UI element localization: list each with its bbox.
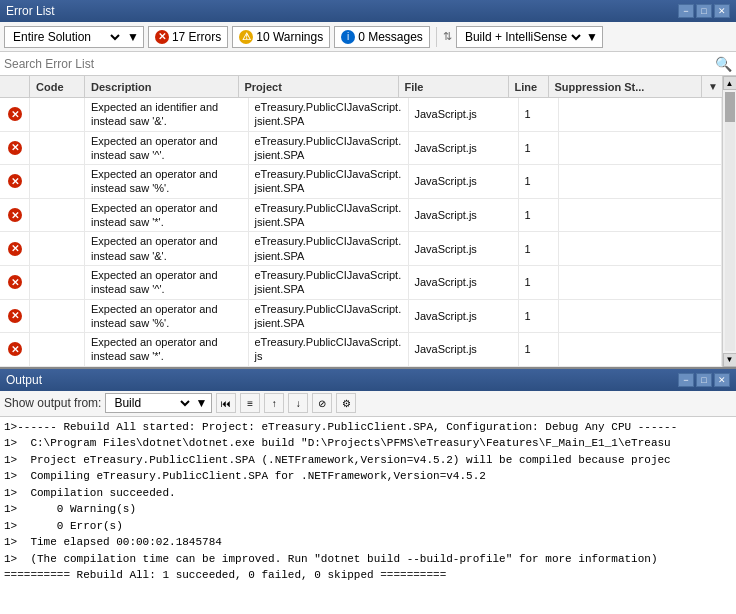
row-suppress [559, 300, 723, 333]
row-suppress [559, 165, 723, 198]
col-icon [0, 76, 30, 97]
table-row[interactable]: ✕ Expected an operator and instead saw '… [0, 132, 722, 166]
row-code [30, 132, 85, 165]
row-suppress [559, 132, 723, 165]
errors-filter-button[interactable]: ✕ 17 Errors [148, 26, 228, 48]
error-icon: ✕ [155, 30, 169, 44]
row-code [30, 98, 85, 131]
row-suppress [559, 98, 723, 131]
table-row[interactable]: ✕ Expected an operator and instead saw '… [0, 266, 722, 300]
scroll-up-button[interactable]: ▲ [723, 76, 737, 90]
row-project: eTreasury.PublicCIJavaScript.jsient.SPA [249, 165, 409, 198]
row-icon: ✕ [0, 165, 30, 198]
row-description: Expected an operator and instead saw '*'… [85, 199, 249, 232]
error-dot-icon: ✕ [8, 275, 22, 289]
warning-icon: ⚠ [239, 30, 253, 44]
row-code [30, 232, 85, 265]
row-project: eTreasury.PublicCIJavaScript.jsient.SPA [249, 98, 409, 131]
error-dot-icon: ✕ [8, 141, 22, 155]
row-code [30, 165, 85, 198]
build-select[interactable]: Build + IntelliSense Build Only IntelliS… [461, 29, 584, 45]
output-minimize-button[interactable]: − [678, 373, 694, 387]
output-source-dropdown[interactable]: Build Debug IntelliSense ▼ [105, 393, 212, 413]
warning-count-label: 10 Warnings [256, 30, 323, 44]
output-btn5[interactable]: ⊘ [312, 393, 332, 413]
output-content[interactable]: 1>------ Rebuild All started: Project: e… [0, 417, 736, 614]
row-file: JavaScript.js [409, 165, 519, 198]
scope-chevron-icon: ▼ [127, 30, 139, 44]
table-header: Code Description Project File Line Suppr… [0, 76, 722, 98]
sort-icon: ⇅ [443, 30, 452, 43]
table-row[interactable]: ✕ Expected an operator and instead saw '… [0, 333, 722, 367]
scope-select[interactable]: Entire Solution Current Project Open Doc… [9, 29, 123, 45]
col-code[interactable]: Code [30, 76, 85, 97]
error-list-controls: − □ ✕ [678, 4, 730, 18]
table-row[interactable]: ✕ Expected an operator and instead saw '… [0, 300, 722, 334]
warnings-filter-button[interactable]: ⚠ 10 Warnings [232, 26, 330, 48]
message-count-label: 0 Messages [358, 30, 423, 44]
row-icon: ✕ [0, 199, 30, 232]
row-line: 1 [519, 232, 559, 265]
output-toolbar: Show output from: Build Debug IntelliSen… [0, 391, 736, 417]
row-icon: ✕ [0, 98, 30, 131]
row-description: Expected an identifier and instead saw '… [85, 98, 249, 131]
row-suppress [559, 199, 723, 232]
row-description: Expected an operator and instead saw '%'… [85, 300, 249, 333]
scroll-thumb[interactable] [725, 92, 735, 122]
error-dot-icon: ✕ [8, 342, 22, 356]
error-table-body: ✕ Expected an identifier and instead saw… [0, 98, 722, 367]
row-description: Expected an operator and instead saw '%'… [85, 165, 249, 198]
table-row[interactable]: ✕ Expected an operator and instead saw '… [0, 165, 722, 199]
row-suppress [559, 266, 723, 299]
col-suppress[interactable]: Suppression St... [549, 76, 703, 97]
maximize-button[interactable]: □ [696, 4, 712, 18]
row-description: Expected an operator and instead saw '&'… [85, 232, 249, 265]
table-row[interactable]: ✕ Expected an operator and instead saw '… [0, 199, 722, 233]
output-title-bar: Output − □ ✕ [0, 369, 736, 391]
vertical-scrollbar[interactable]: ▲ ▼ [722, 76, 736, 367]
scroll-track[interactable] [725, 92, 735, 351]
error-list-title: Error List [6, 4, 55, 18]
table-row[interactable]: ✕ Expected an operator and instead saw '… [0, 232, 722, 266]
col-file[interactable]: File [399, 76, 509, 97]
col-filter[interactable]: ▼ [702, 76, 722, 97]
error-list-title-bar: Error List − □ ✕ [0, 0, 736, 22]
output-maximize-button[interactable]: □ [696, 373, 712, 387]
col-line[interactable]: Line [509, 76, 549, 97]
scroll-down-button[interactable]: ▼ [723, 353, 737, 367]
output-btn1[interactable]: ⏮ [216, 393, 236, 413]
row-line: 1 [519, 300, 559, 333]
output-close-button[interactable]: ✕ [714, 373, 730, 387]
row-description: Expected an operator and instead saw '^'… [85, 266, 249, 299]
row-project: eTreasury.PublicCIJavaScript.jsient.SPA [249, 132, 409, 165]
error-dot-icon: ✕ [8, 208, 22, 222]
row-file: JavaScript.js [409, 199, 519, 232]
table-row[interactable]: ✕ Expected an identifier and instead saw… [0, 98, 722, 132]
output-source-select[interactable]: Build Debug IntelliSense [110, 395, 193, 411]
output-btn3[interactable]: ↑ [264, 393, 284, 413]
output-btn4[interactable]: ↓ [288, 393, 308, 413]
row-icon: ✕ [0, 132, 30, 165]
show-output-label: Show output from: [4, 396, 101, 410]
search-icon: 🔍 [715, 56, 732, 72]
output-panel: Output − □ ✕ Show output from: Build Deb… [0, 369, 736, 614]
output-btn2[interactable]: ≡ [240, 393, 260, 413]
row-icon: ✕ [0, 232, 30, 265]
build-dropdown[interactable]: Build + IntelliSense Build Only IntelliS… [456, 26, 603, 48]
col-description[interactable]: Description [85, 76, 239, 97]
search-bar: 🔍 [0, 52, 736, 76]
col-project[interactable]: Project [239, 76, 399, 97]
messages-filter-button[interactable]: i 0 Messages [334, 26, 430, 48]
output-title: Output [6, 373, 42, 387]
row-project: eTreasury.PublicCIJavaScript.js [249, 333, 409, 366]
row-file: JavaScript.js [409, 300, 519, 333]
minimize-button[interactable]: − [678, 4, 694, 18]
output-btn6[interactable]: ⚙ [336, 393, 356, 413]
scope-dropdown[interactable]: Entire Solution Current Project Open Doc… [4, 26, 144, 48]
row-icon: ✕ [0, 266, 30, 299]
close-button[interactable]: ✕ [714, 4, 730, 18]
row-code [30, 199, 85, 232]
row-code [30, 300, 85, 333]
row-suppress [559, 232, 723, 265]
search-input[interactable] [4, 57, 715, 71]
